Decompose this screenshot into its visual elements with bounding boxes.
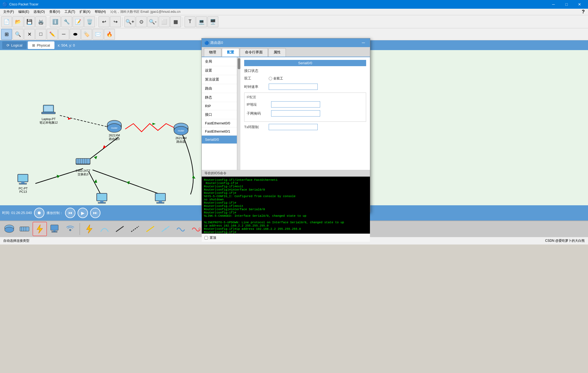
device-router0[interactable]: router 2621XM路由器0 [106,120,122,141]
nav-global[interactable]: 全局 [202,57,237,66]
print-button[interactable]: 🖨️ [35,16,46,27]
pin-top-checkbox[interactable] [204,236,208,240]
tab-properties[interactable]: 属性 [268,48,286,57]
palette-conn-curved[interactable] [97,222,112,236]
ip-address-input[interactable]: 192.168.2.2 [271,101,320,108]
move-button[interactable]: ✕ [24,29,35,40]
nav-fe00[interactable]: FastEthernet0/0 [202,119,237,127]
palette-conn-dotted[interactable] [143,222,157,236]
device-switch[interactable]: 2960-24TT交换机0 [75,155,91,176]
palette-conn-serial[interactable] [158,222,173,236]
svg-marker-7 [103,145,106,148]
console-label: 等价的IOS命令 [202,170,370,176]
tab-logical[interactable]: ⟳ Logical [2,41,27,49]
menu-tools[interactable]: 工具(T) [62,9,77,15]
duplex-full-option[interactable]: 全双工 [269,76,283,81]
palette-conn-phone[interactable] [189,222,203,236]
line-button[interactable]: ─ [58,29,69,40]
svg-marker-58 [37,225,42,233]
note-button[interactable]: 📝 [73,16,84,27]
inspect-button[interactable]: 🔧 [61,16,72,27]
fire-button[interactable]: 🔥 [104,29,115,40]
palette-conn-straight[interactable] [113,222,127,236]
device-router1[interactable]: router 2621XM路由器 [173,122,189,144]
fit-button[interactable]: ⬜ [159,16,170,27]
minimize-button[interactable]: ─ [547,0,560,9]
tab-config[interactable]: 配置 [222,48,239,57]
envelope-button[interactable]: ✉️ [93,29,103,40]
duplex-full-radio[interactable] [269,77,272,80]
tab-cli[interactable]: 命令行界面 [240,48,268,57]
nav-fe01[interactable]: FastEthernet0/1 [202,127,237,136]
draw-button[interactable]: ✏️ [47,29,58,40]
skip-back-button[interactable]: ⏮ [65,208,75,218]
menu-help[interactable]: 帮助(H) [93,9,108,15]
play-button[interactable]: ▶ [78,208,88,218]
coord-display: x: 504, y: 0 [58,43,75,47]
save-button[interactable]: 💾 [24,16,35,27]
text-button[interactable]: T [185,16,195,27]
ellipse-button[interactable]: ⬬ [70,29,81,40]
tab-physical[interactable]: 物理 [204,48,221,57]
menu-help-icon[interactable]: ? [580,8,587,15]
nav-routing[interactable]: 路由 [202,84,237,93]
delete-button[interactable]: 🗑️ [84,16,95,27]
console-line-11: Router(config-if)# [204,211,368,214]
ip-address-label: IP地址 [247,102,271,107]
zoom-reset-button[interactable]: ⊙ [136,16,147,27]
palette-wireless[interactable] [63,222,77,236]
palette-router[interactable] [2,222,16,236]
zoom-in-button[interactable]: 🔍+ [124,16,135,27]
new-button[interactable]: 📄 [1,16,12,27]
undo-button[interactable]: ↩ [99,16,109,27]
menu-options[interactable]: 选项(O) [31,9,47,15]
nav-scrollbar[interactable] [237,57,240,170]
grid-button[interactable]: ▦ [170,16,181,27]
select-button[interactable]: ⊞ [1,29,12,40]
record-button[interactable]: ⏺ [34,208,44,218]
palette-conn-dashed[interactable] [128,222,142,236]
open-button[interactable]: 📂 [13,16,23,27]
nav-interface[interactable]: 接口 [202,110,237,119]
skip-forward-button[interactable]: ⏭ [90,208,100,218]
tx-limit-input[interactable]: 10 [269,124,318,130]
menu-edit[interactable]: 编辑(E) [16,9,31,15]
close-button[interactable]: ✕ [573,0,586,9]
tx-limit-row: Tx环限制 10 [244,124,366,130]
subnet-mask-input[interactable]: 255.255.255.0 [271,110,320,117]
clock-rate-input[interactable]: 64000 [269,84,318,90]
palette-conn-wave[interactable] [174,222,188,236]
zoom-out-button[interactable]: 🔍- [147,16,158,27]
nav-algo[interactable]: 算法设置 [202,75,237,84]
palette-pc[interactable] [48,222,62,236]
console-button[interactable]: 💻 [196,16,207,27]
tab-physical[interactable]: ⊞ Physical [28,41,54,49]
console-line-5: Router(config-if)# [204,191,368,195]
panel-title: Serial0/0 [244,60,366,66]
info-button[interactable]: ℹ️ [50,16,61,27]
titlebar: 🔵 Cisco Packet Tracer ─ □ ✕ [0,0,588,9]
nav-static[interactable]: 静态 [202,93,237,102]
device-pc14[interactable]: PC-PTPC14 [94,192,110,205]
nav-serial00[interactable]: Serial0/0 [202,136,237,144]
device-laptop[interactable]: Laptop-PT笔记本电脑12 [39,103,58,125]
device-pc32[interactable]: PC-PTPC32 [152,192,169,205]
palette-conn-lightning[interactable] [82,222,96,236]
console-line-8: Router(config-if)# [204,201,368,204]
monitor-button[interactable]: 🖥️ [207,16,218,27]
tag-button[interactable]: 🏷️ [81,29,92,40]
rectangle-button[interactable]: □ [35,29,46,40]
menu-view[interactable]: 查看(V) [47,9,62,15]
nav-settings[interactable]: 设置 [202,66,237,75]
device-pc13[interactable]: PC-PTPC13 [15,173,31,193]
router-dialog-close[interactable]: ─ [360,39,367,47]
pointer-button[interactable]: 🔍 [13,29,23,40]
dialog-console[interactable]: Router(config-if)/interface FastEthernet… [202,176,370,234]
nav-rip[interactable]: RIP [202,102,237,110]
maximize-button[interactable]: □ [560,0,573,9]
menu-extend[interactable]: 扩展(X) [77,9,93,15]
redo-button[interactable]: ↪ [110,16,121,27]
palette-lightning[interactable] [33,222,47,236]
menu-file[interactable]: 文件(F) [1,9,16,15]
palette-switch[interactable] [17,222,32,236]
